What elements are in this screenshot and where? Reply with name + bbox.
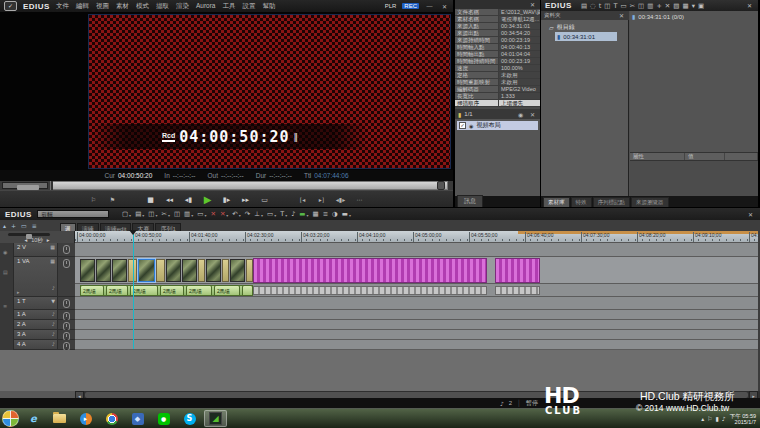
track-header-3A[interactable]: 3 A♪ [14, 330, 58, 340]
cut-icon[interactable]: ✂ [630, 2, 635, 10]
save-icon[interactable]: ▤▾ [135, 210, 144, 218]
menu-item-視圖[interactable]: 視圖 [96, 2, 109, 11]
property-row[interactable]: 長寬比1.333 [455, 93, 540, 100]
clip-name-tag[interactable]: 2馬場 [106, 285, 128, 296]
dropdown-icon[interactable]: ▾ [692, 2, 695, 10]
property-row[interactable]: 時間軸入點04:00:40:13 [455, 44, 540, 51]
playhead-marker[interactable] [129, 230, 137, 235]
tree-item-root[interactable]: ▱ 根目錄 [541, 23, 628, 32]
paste-icon[interactable]: ▥ [647, 2, 653, 10]
track-mouse-cell[interactable] [58, 320, 75, 330]
copy-icon[interactable]: ◫ [638, 2, 644, 10]
tree-item-clip-selected[interactable]: ▮ 00:34:31:01 [555, 32, 617, 41]
property-row[interactable]: 文件名稱E:\2012_WAV\資... [455, 9, 540, 16]
menu-item-編輯[interactable]: 編輯 [76, 2, 89, 11]
set-out-point-button[interactable]: ▸] [315, 194, 329, 206]
detail-icon[interactable]: ▣ [698, 2, 704, 10]
property-row[interactable]: 來源出點00:34:54:20 [455, 30, 540, 37]
track-header-2V[interactable]: 2 V▦ [14, 243, 58, 257]
sync-icon[interactable]: + [11, 222, 16, 229]
taskbar-media-player[interactable]: ▸ [74, 410, 97, 427]
video-clip-thumbnail[interactable] [182, 259, 197, 282]
full-screen-preview-button[interactable]: ▭ [258, 194, 272, 206]
video-clip-segment[interactable] [246, 259, 253, 282]
menu-item-素材[interactable]: 素材 [116, 2, 129, 11]
video-clip-thumbnail[interactable] [80, 259, 95, 282]
search-icon[interactable]: ◌ [590, 2, 596, 10]
capture-icon[interactable]: ◫ [604, 2, 610, 10]
track-header-2A[interactable]: 2 A♪ [14, 320, 58, 330]
mixer-icon[interactable]: ▬▾ [299, 210, 308, 218]
fast-forward-button[interactable]: ▸▸ [239, 194, 253, 206]
menu-item-擷取[interactable]: 擷取 [156, 2, 169, 11]
view-grid-icon[interactable]: ▦ [682, 2, 688, 10]
more-button[interactable]: ⋯ [353, 194, 367, 206]
ripple-delete-icon[interactable]: ✕ [210, 210, 215, 218]
undo-icon[interactable]: ↶▾ [232, 210, 240, 218]
track-content-2A[interactable] [75, 320, 758, 330]
tab-特效[interactable]: 特效 [571, 197, 592, 207]
menu-item-模式[interactable]: 模式 [136, 2, 149, 11]
tab-info[interactable]: 訊息 [457, 195, 483, 207]
clip-name-tag[interactable]: 2馬場 [186, 285, 212, 296]
video-clip-thumbnail[interactable] [230, 259, 245, 282]
new-sequence-icon[interactable]: ▢▾ [122, 210, 131, 218]
menu-item-Aurora[interactable]: Aurora [196, 2, 216, 11]
start-button[interactable] [2, 410, 19, 427]
minimize-icon[interactable]: — [425, 3, 434, 9]
track-header-1T[interactable]: 1 T▼ [14, 297, 58, 310]
title-icon[interactable]: T▾ [280, 210, 287, 218]
clip-name-tag[interactable]: 2馬場 [214, 285, 240, 296]
audio-clip-segments[interactable] [495, 286, 540, 295]
video-clip-thumbnail[interactable] [96, 259, 111, 282]
close-icon[interactable]: ✕ [440, 3, 449, 10]
property-row[interactable]: 速度100.00% [455, 65, 540, 72]
network-icon[interactable]: ▮ [716, 415, 719, 422]
video-clip-thumbnail[interactable] [166, 259, 181, 282]
pin-icon[interactable]: + [656, 2, 661, 10]
property-row[interactable]: 來源持續時間00:00:23:19 [455, 37, 540, 44]
add-cut-point-button[interactable]: ◂▮▸ [334, 194, 348, 206]
track-toggle-icon[interactable]: ≡ [3, 303, 7, 309]
set-in-point-button[interactable]: [◂ [296, 194, 310, 206]
show-hidden-icon[interactable]: ▴ [701, 415, 704, 422]
column-value[interactable]: 值 [685, 153, 725, 160]
property-row[interactable]: 時間重新映射未啟用 [455, 79, 540, 86]
add-clip-icon[interactable]: t [599, 2, 602, 10]
track-mouse-cell[interactable] [58, 310, 75, 320]
menu-item-文件[interactable]: 文件 [56, 2, 69, 11]
track-content-3A[interactable] [75, 330, 758, 340]
taskbar-windows-explorer[interactable] [48, 410, 71, 427]
copy-icon[interactable]: ◫ [174, 210, 180, 218]
track-mouse-cell[interactable] [58, 297, 75, 310]
property-row[interactable]: 來源入點00:34:31:01 [455, 23, 540, 30]
ripple-mode-icon[interactable]: ≡ [32, 222, 37, 229]
sequence-tab-週[interactable]: 週 [60, 223, 76, 231]
position-slider[interactable] [50, 181, 448, 190]
grid-icon[interactable]: ▦ [312, 210, 318, 218]
redo-icon[interactable]: ↷ [245, 210, 250, 218]
menu-item-設置[interactable]: 設置 [242, 2, 255, 11]
column-property[interactable]: 屬性 [630, 153, 685, 160]
video-clip-thumbnail[interactable] [112, 259, 127, 282]
plr-mode-label[interactable]: PLR [385, 3, 397, 9]
property-row[interactable]: 定格未啟用 [455, 72, 540, 79]
properties-icon[interactable]: ▧ [673, 2, 679, 10]
track-content-4A[interactable] [75, 340, 758, 350]
property-row[interactable]: 素材名稱電視導航12週... [455, 16, 540, 23]
trim-icon[interactable]: ⊥▾ [254, 210, 263, 218]
video-clip-segment[interactable] [156, 259, 165, 282]
menu-item-幫助[interactable]: 幫助 [262, 2, 275, 11]
checkbox-checked-icon[interactable]: ✓ [459, 122, 466, 129]
project-name-box[interactable]: 剪輯 [37, 210, 109, 218]
mode-icon[interactable]: ▴ [3, 222, 6, 229]
property-row[interactable]: 掃描順序上場優先 [455, 100, 540, 107]
audio-clip-segments[interactable] [253, 286, 487, 295]
replace-icon[interactable]: ▭▾ [197, 210, 206, 218]
property-row[interactable]: 編解碼器MPEG2 Video [455, 86, 540, 93]
filter-list-item[interactable]: ✓ ◉ 視頻布局 [457, 121, 538, 130]
paste-icon[interactable]: ▥▾ [184, 210, 193, 218]
sequence-tab-演練edit[interactable]: 演練edit [100, 223, 132, 231]
menu-item-工具[interactable]: 工具 [222, 2, 235, 11]
magenta-clip[interactable] [253, 258, 487, 283]
